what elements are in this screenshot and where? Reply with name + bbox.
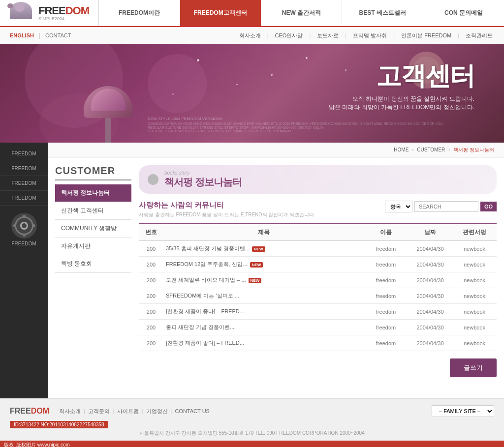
sub-link-history[interactable]: 프리뎀 발자취 [349,32,391,39]
sub-link-press[interactable]: 보도자료 [313,32,343,39]
nav-new-books[interactable]: NEW 출간서적 [261,0,342,26]
table-row[interactable]: 200 [친환경 제품이 좋다] – FREED... freedom 2004… [139,304,497,320]
data-table: 번호 제목 이름 날짜 관련서펑 200 35/35 홈피 새단장 기념 경품이… [139,223,497,351]
footer-link-contact-us[interactable]: CONTACT US [175,408,210,414]
sub-divider-1: | [267,32,269,38]
cell-title: SFREEDOM에 이는 '실미도 ... [163,288,364,304]
new-badge: NEW [252,246,265,252]
cell-num: 200 [139,241,163,257]
cell-related: newbook [452,288,497,304]
banner-small-4: CULTURE 2004/2074 STRESS STILL STERPO ST… [148,129,489,133]
family-site-select[interactable]: – FAMILY SITE – [432,405,494,417]
sidebar-item-new-book[interactable]: 신간책 고객센터 [55,202,131,220]
sub-link-media[interactable]: 언론이본 FREEDOM [397,32,455,39]
customer-sidebar-title: CUSTOMER [55,165,131,180]
table-row[interactable]: 200 SFREEDOM에 이는 '실미도 ... freedom 2004/0… [139,288,497,304]
left-menu-item-2[interactable]: FREEDOM [0,161,48,176]
table-row[interactable]: 200 FREEDOM 12일 주주총회, 신입...NEW freedom 2… [139,257,497,272]
cell-title: 35/35 홈피 새단장 기념 경품이벤...NEW [163,241,364,257]
cell-date: 2004/04/30 [408,320,452,335]
breadcrumb-sep-2: › [448,147,450,152]
footer-link-inquiry[interactable]: 고객문의 [88,408,110,415]
footer-link-spirit[interactable]: 기업정신 [146,408,168,415]
logo-tagline: SIMPLE2004 [38,16,89,21]
banner-small-texts: NEW STYLE 2004 FREEDOM VERSIONS COMMUNIC… [148,117,489,133]
cell-date: 2004/04/30 [408,288,452,304]
left-menu-item-4[interactable]: FREEDOM [0,191,48,206]
search-go-button[interactable]: GO [480,202,497,211]
nav-customer-center[interactable]: FREEDOM고객센터 [180,0,261,26]
cell-related: newbook [452,304,497,320]
banner-small-2: COMMUNICATION IN YOUR MIND RECOMMAND MY … [148,122,489,125]
banner-star-1 [197,59,199,61]
content-header-sub: books story [164,170,242,176]
table-row[interactable]: 200 홈피 새단장 기념 경품이벤... freedom 2004/04/30… [139,320,497,335]
nav-contact[interactable]: CON 문의메일 [423,0,504,26]
gear-icon[interactable] [11,213,37,238]
footer-link-company[interactable]: 회사소개 [59,408,81,415]
cell-name: freedom [364,257,408,272]
cell-num: 200 [139,304,163,320]
cell-name: freedom [364,288,408,304]
table-row[interactable]: 200 도전 세계일류 바이오 대기업 – ...NEW freedom 200… [139,272,497,288]
col-header-title: 제목 [163,224,364,241]
write-button[interactable]: 글쓰기 [450,358,497,377]
cell-num: 200 [139,257,163,272]
nav-freedom-intro[interactable]: FREEDOM이란 [98,0,180,26]
footer-link-sitemap[interactable]: 사이트맵 [117,408,139,415]
search-bar: 항목 GO [385,201,497,212]
footer-div-2: | [113,408,114,414]
community-subtitle: 사랑을 출판하는 FREEDOM 꿈을 삶이 드리는 E.TREND의 길잡이가… [139,211,315,218]
cell-name: freedom [364,304,408,320]
search-input[interactable] [414,201,478,212]
footer-id-bar: ID:3713422 NO:20110314082227548358 [10,421,108,428]
sidebar-item-community[interactable]: COMMUNITY 생활방 [55,220,131,238]
sidebar-item-book-club[interactable]: 책방 동호회 [55,255,131,273]
col-header-related: 관련서펑 [452,224,497,241]
contact-link[interactable]: CONTACT [43,32,73,38]
community-title: 사랑하는 사람의 커뮤니티 [139,201,315,210]
nav-best-seller[interactable]: BEST 베스트셀러 [342,0,423,26]
cell-related: newbook [452,241,497,257]
sidebar-item-book-info[interactable]: 책서펑 정보나눔터 [55,184,131,202]
nav-items: FREEDOM이란 FREEDOM고객센터 NEW 출간서적 BEST 베스트셀… [98,0,504,26]
banner-star-2 [271,74,273,76]
sub-divider-2: | [309,32,311,38]
new-badge: NEW [250,262,263,268]
cell-name: freedom [364,335,408,351]
sub-link-ceo[interactable]: CEO인사말 [271,32,307,39]
sub-divider-4: | [393,32,395,38]
new-badge: NEW [249,278,262,283]
sub-link-org[interactable]: 조직관리도 [462,32,497,39]
banner-small-3: REGULAR CULTURE 2004/1174 STRESS STILL S… [148,126,489,129]
search-category-select[interactable]: 항목 [385,201,412,212]
breadcrumb-sep-1: › [412,147,413,152]
banner-text-area: 고객센터 오직 하나뿐이 당신의 꿈을 실현시켜 드립니다. 밝은 미래와 희망… [329,59,474,112]
cell-related: newbook [452,335,497,351]
breadcrumb-home: HOME [394,147,409,152]
sidebar-item-free-board[interactable]: 자유게시판 [55,238,131,255]
banner-star-4 [236,84,238,85]
cell-num: 200 [139,288,163,304]
cell-name: freedom [364,272,408,288]
left-dark-bar: FREEDOM FREEDOM FREEDOM FREEDOM FREEDOM [0,143,48,398]
family-site-area: – FAMILY SITE – [432,405,494,417]
footer-address: 사울특별시 강서구 강서동 으시빌딩 555-10화호 170 TEL: 090… [10,430,494,437]
breadcrumb-customer: CUSTOMER [417,147,445,152]
banner-star-6 [172,93,174,95]
cell-date: 2004/04/30 [408,241,452,257]
sub-link-company[interactable]: 회사소개 [235,32,265,39]
left-menu-item-1[interactable]: FREEDOM [0,147,48,161]
breadcrumb-page: 책서펑 정보나눔터 [453,147,494,152]
cell-num: 200 [139,272,163,288]
table-row[interactable]: 200 35/35 홈피 새단장 기념 경품이벤...NEW freedom 2… [139,241,497,257]
col-header-num: 번호 [139,224,163,241]
community-section: 사랑하는 사람의 커뮤니티 사랑을 출판하는 FREEDOM 꿈을 삶이 드리는… [139,201,497,218]
main-content: books story 책서펑 정보나눔터 사랑하는 사람의 커뮤니티 사랑을 … [139,165,497,377]
content-header-title: 책서펑 정보나눔터 [164,176,242,189]
cell-related: newbook [452,320,497,335]
logo-text: FREEDOM SIMPLE2004 [38,5,89,21]
lang-english-btn[interactable]: ENGLISH [7,32,36,38]
left-menu-item-3[interactable]: FREEDOM [0,176,48,191]
table-row[interactable]: 200 [친환경 제품이 좋다] – FREED... freedom 2004… [139,335,497,351]
